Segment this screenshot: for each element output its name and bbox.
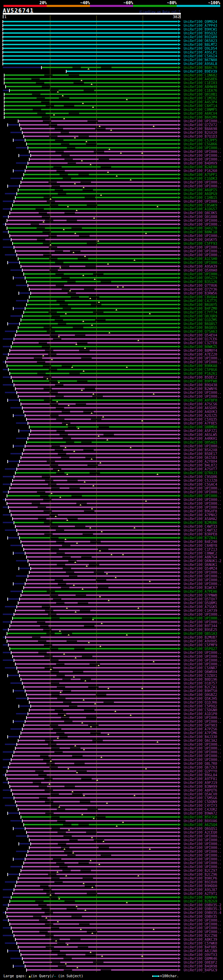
hit-label[interactable]: UniRef100_Q7T0U6 (184, 284, 217, 288)
alignment-bar[interactable] (6, 774, 178, 776)
alignment-bar[interactable] (19, 736, 178, 737)
hit-label[interactable]: UniRef100_Q1DZM5 (184, 318, 217, 322)
alignment-bar[interactable] (25, 415, 178, 416)
alignment-bar[interactable] (21, 266, 178, 267)
alignment-bar[interactable] (10, 648, 178, 649)
alignment-bar[interactable] (26, 717, 178, 718)
alignment-bar[interactable] (30, 843, 178, 845)
alignment-bar[interactable] (4, 116, 178, 118)
alignment-bar[interactable] (3, 48, 178, 49)
hit-label[interactable]: UniRef100_Q54MZ4 (184, 566, 217, 571)
hit-label[interactable]: UniRef100_UPI000.. (184, 743, 221, 746)
alignment-bar[interactable] (14, 797, 178, 799)
hit-label[interactable]: UniRef100_UPI000.. (184, 857, 221, 861)
alignment-bar[interactable] (10, 212, 178, 213)
alignment-bar[interactable] (18, 465, 178, 466)
alignment-bar[interactable] (7, 633, 178, 634)
alignment-bar[interactable] (24, 411, 178, 412)
alignment-bar[interactable] (25, 828, 178, 829)
alignment-bar[interactable] (10, 763, 178, 764)
hit-label[interactable]: UniRef100_B6TN88 (184, 58, 217, 62)
hit-label[interactable]: UniRef100_B9I8V0 (184, 880, 217, 884)
alignment-bar[interactable] (8, 353, 178, 355)
alignment-bar[interactable] (28, 698, 178, 699)
hit-label[interactable]: UniRef100_UPI000.. (184, 261, 221, 264)
alignment-bar[interactable] (11, 514, 178, 515)
alignment-bar[interactable] (28, 422, 178, 424)
alignment-bar[interactable] (3, 29, 178, 30)
alignment-bar[interactable] (3, 21, 178, 22)
hit-label[interactable]: UniRef100_B0WKZ5 (184, 345, 217, 349)
hit-label[interactable]: UniRef100_A1D1P0 (184, 712, 217, 716)
hit-label[interactable]: UniRef100_C8VQA4 (184, 295, 217, 299)
hit-label[interactable]: UniRef100_A2Y804 (184, 460, 217, 463)
hit-label[interactable]: UniRef100_B2MUB7 (184, 635, 217, 639)
hit-label[interactable]: UniRef100_Q010B1 (184, 92, 217, 96)
hit-label[interactable]: UniRef100_C4YIY3 (184, 804, 217, 808)
hit-label[interactable]: UniRef100_A6ZSQ4 (184, 823, 217, 827)
hit-label[interactable]: UniRef100_UPI000.. (184, 245, 221, 249)
alignment-bar[interactable] (18, 602, 178, 603)
hit-label[interactable]: UniRef100_Q6NUK1 (184, 563, 217, 566)
hit-label[interactable]: UniRef100_UPI000.. (184, 200, 221, 204)
alignment-bar[interactable] (18, 189, 178, 191)
hit-label[interactable]: UniRef100_B6Q8S5 (184, 326, 217, 329)
hit-label[interactable]: UniRef100_C4JT75 (184, 299, 217, 303)
hit-label[interactable]: UniRef100_C5P8G6 (184, 368, 217, 372)
alignment-bar[interactable] (26, 418, 178, 420)
hit-label[interactable]: UniRef100_A7PEA6 (184, 590, 217, 593)
alignment-bar[interactable] (22, 545, 178, 546)
hit-label[interactable]: UniRef100_B9SE25 (184, 628, 217, 632)
alignment-bar[interactable] (3, 36, 178, 38)
hit-label[interactable]: UniRef100_A2CEQ0 (184, 830, 217, 834)
alignment-bar[interactable] (3, 40, 178, 41)
hit-label[interactable]: UniRef100_UPI000.. (184, 272, 221, 276)
hit-label[interactable]: UniRef100_B8A698 (184, 127, 217, 131)
alignment-bar[interactable] (3, 63, 178, 64)
alignment-bar[interactable] (28, 300, 178, 301)
hit-label[interactable]: UniRef100_Q8MR46 (184, 957, 217, 961)
hit-label[interactable]: UniRef100_B2GV20 (184, 131, 217, 135)
alignment-bar[interactable] (6, 499, 178, 500)
alignment-bar[interactable] (13, 793, 178, 795)
alignment-bar[interactable] (22, 453, 178, 454)
hit-label[interactable]: UniRef100_A7PIM6 (184, 731, 217, 735)
alignment-bar[interactable] (14, 935, 178, 936)
hit-label[interactable]: UniRef100_UPI000.. (184, 834, 221, 838)
hit-label[interactable]: UniRef100_UPI000.. (184, 119, 221, 123)
hit-label[interactable]: UniRef100_A7SVT7 (184, 467, 217, 471)
hit-label[interactable]: UniRef100_C1HB15 (184, 196, 217, 200)
alignment-bar[interactable] (19, 873, 178, 875)
alignment-bar[interactable] (14, 522, 178, 523)
hit-label[interactable]: UniRef100_UPI000.. (184, 659, 221, 662)
hit-label[interactable]: UniRef100_B2CZA1 (184, 685, 217, 689)
hit-label[interactable]: UniRef100_Q8S1A3 (184, 632, 217, 635)
hit-label[interactable]: UniRef100_Q9BV35 (184, 915, 217, 918)
alignment-bar[interactable] (25, 139, 178, 141)
alignment-bar[interactable] (22, 958, 178, 959)
alignment-bar[interactable] (24, 449, 178, 450)
hit-label[interactable]: UniRef100_C4WT33 (184, 525, 217, 528)
hit-label[interactable]: UniRef100_C0SAK9 (184, 204, 217, 207)
hit-label[interactable]: UniRef100_Q54EV4 (184, 333, 217, 337)
hit-label[interactable]: UniRef100_A8KC39 (184, 938, 217, 942)
alignment-bar[interactable] (26, 304, 178, 305)
hit-label[interactable]: UniRef100_C5M5G6 (184, 796, 217, 800)
alignment-bar[interactable] (14, 200, 178, 202)
hit-label[interactable]: UniRef100_C5JPF5 (184, 138, 217, 142)
alignment-bar[interactable] (29, 564, 178, 565)
alignment-bar[interactable] (28, 438, 178, 439)
alignment-bar[interactable] (66, 71, 178, 72)
hit-label[interactable]: UniRef100_B5DEC2 (184, 375, 217, 379)
hit-label[interactable]: UniRef100_B9HDD0 (184, 884, 217, 888)
hit-label[interactable]: UniRef100_C5FMF9 (184, 643, 217, 647)
alignment-bar[interactable] (3, 51, 178, 53)
hit-label[interactable]: UniRef100_Q8L7R0 (184, 762, 217, 765)
hit-label[interactable]: UniRef100_A2QJZ5 (184, 414, 217, 417)
alignment-bar[interactable] (15, 801, 178, 802)
hit-label[interactable]: UniRef100_Q0JQR9 (184, 314, 217, 318)
alignment-bar[interactable] (8, 491, 178, 493)
hit-label[interactable]: UniRef100_UPI000.. (184, 842, 221, 846)
alignment-bar[interactable] (15, 334, 178, 336)
hit-label[interactable]: UniRef100_B4L072 (184, 463, 217, 467)
